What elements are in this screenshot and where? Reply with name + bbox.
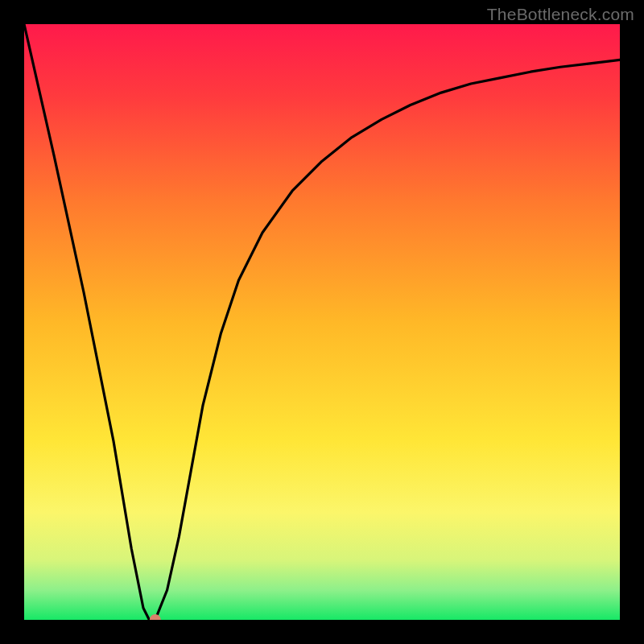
chart-frame: TheBottleneck.com: [0, 0, 644, 644]
plot-area: [24, 24, 620, 620]
bottleneck-curve-path: [24, 24, 620, 620]
curve-layer: [24, 24, 620, 620]
watermark-label: TheBottleneck.com: [487, 5, 634, 24]
min-point-marker: [150, 614, 161, 620]
